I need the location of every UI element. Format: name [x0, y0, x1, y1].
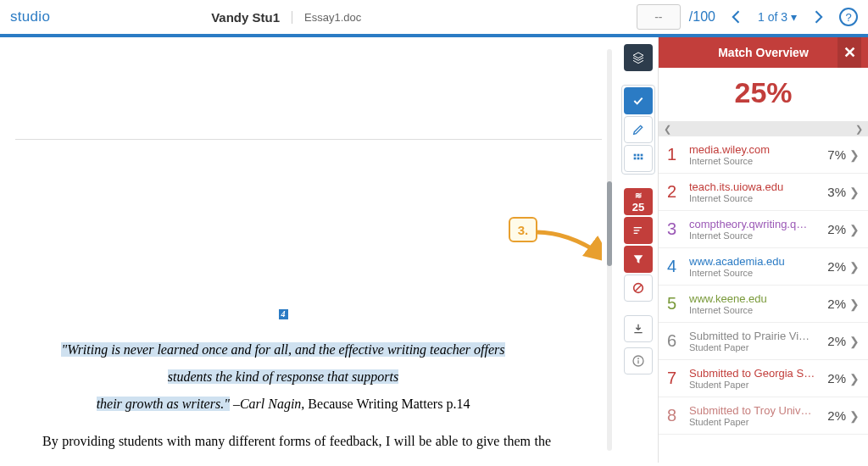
source-percent: 7% — [821, 147, 849, 162]
source-row[interactable]: 5www.keene.eduInternet Source2%❯ — [659, 286, 868, 323]
source-percent: 2% — [821, 334, 849, 348]
exclude-button[interactable] — [624, 275, 653, 302]
source-type: Internet Source — [689, 305, 821, 315]
caret-down-icon: ▾ — [791, 10, 797, 24]
match-marker-4[interactable]: 4 — [279, 309, 288, 319]
source-number: 1 — [667, 145, 684, 164]
source-row[interactable]: 6Submitted to Prairie Vi…Student Paper2%… — [659, 323, 868, 360]
svg-rect-2 — [641, 154, 643, 157]
source-title: comptheory.qwriting.q… — [689, 218, 821, 230]
svg-rect-3 — [634, 158, 637, 160]
score-input[interactable] — [637, 4, 681, 30]
funnel-icon — [632, 252, 645, 266]
student-name: Vandy Stu1 — [211, 10, 280, 25]
chevron-right-icon: ❯ — [849, 148, 860, 162]
next-button[interactable] — [805, 4, 831, 30]
pager-label: 1 of 3 — [758, 10, 787, 24]
chevron-right-icon: ❯ — [849, 260, 860, 274]
similarity-score-button[interactable]: ≋ 25 — [624, 188, 653, 215]
rubric-button[interactable] — [624, 145, 653, 172]
source-type: Internet Source — [689, 193, 821, 203]
svg-rect-5 — [641, 158, 643, 160]
source-title: media.wiley.com — [689, 143, 821, 156]
source-number: 8 — [667, 406, 684, 425]
pencil-icon — [632, 123, 645, 136]
source-number: 7 — [667, 369, 684, 388]
brand-logo: studio — [10, 8, 50, 25]
highlight-source-4b[interactable]: their growth as writers." — [97, 397, 230, 411]
chevron-right-icon: ❯ — [849, 335, 860, 348]
source-list: 1media.wiley.comInternet Source7%❯2teach… — [659, 136, 868, 435]
svg-rect-8 — [634, 233, 638, 234]
filter-button[interactable] — [624, 246, 653, 273]
chevron-right-icon: ❯ — [849, 297, 860, 311]
source-type: Student Paper — [689, 380, 821, 390]
score-total: /100 — [689, 9, 715, 25]
source-number: 3 — [667, 219, 684, 239]
chevron-right-icon: ❯ — [849, 223, 860, 236]
all-sources-button[interactable] — [624, 217, 653, 244]
grid-icon — [632, 152, 645, 165]
side-toolbar: ≋ 25 — [619, 37, 658, 463]
help-button[interactable]: ? — [839, 8, 858, 26]
info-icon — [632, 354, 645, 368]
scrollbar-thumb[interactable] — [607, 181, 612, 266]
document-viewer[interactable]: 3. 4 "Writing is never learned once and … — [0, 37, 602, 463]
source-number: 6 — [667, 331, 684, 351]
match-overview-header: Match Overview ✕ — [659, 37, 868, 68]
match-overview-panel: Match Overview ✕ 25% ❮ ❯ 1media.wiley.co… — [658, 37, 868, 463]
source-row[interactable]: 7Submitted to Georgia S…Student Paper2%❯ — [659, 360, 868, 397]
title-group: Vandy Stu1 Essay1.doc — [211, 10, 361, 25]
layers-icon — [632, 51, 645, 64]
prev-button[interactable] — [724, 4, 749, 30]
bars-icon — [632, 224, 645, 237]
source-percent: 2% — [821, 371, 849, 386]
source-number: 4 — [667, 257, 684, 276]
svg-point-13 — [638, 358, 639, 359]
source-number: 2 — [667, 182, 684, 202]
source-percent: 2% — [821, 259, 849, 274]
source-title: teach.its.uiowa.edu — [689, 180, 821, 193]
svg-rect-6 — [634, 227, 642, 228]
chevron-right-icon: ❯ — [849, 186, 860, 199]
highlight-source-4a[interactable]: "Writing is never learned once and for a… — [61, 342, 504, 384]
source-row[interactable]: 3comptheory.qwriting.q…Internet Source2%… — [659, 211, 868, 248]
source-percent: 2% — [821, 297, 849, 311]
source-percent: 2% — [821, 408, 849, 423]
source-type: Student Paper — [689, 342, 821, 352]
source-row[interactable]: 1media.wiley.comInternet Source7%❯ — [659, 136, 868, 174]
download-button[interactable] — [624, 315, 653, 342]
svg-rect-7 — [634, 230, 640, 230]
source-percent: 2% — [821, 222, 849, 236]
document-scrollbar[interactable] — [602, 37, 619, 463]
quickmark-button[interactable] — [624, 87, 653, 114]
feedback-button[interactable] — [624, 116, 653, 143]
check-icon — [632, 94, 645, 108]
close-panel-button[interactable]: ✕ — [837, 37, 861, 68]
source-type: Internet Source — [689, 230, 821, 241]
source-type: Internet Source — [689, 268, 821, 278]
chevron-right-icon — [810, 8, 826, 25]
top-bar: studio Vandy Stu1 Essay1.doc /100 1 of 3… — [0, 0, 868, 37]
chevron-left-icon — [728, 8, 745, 25]
no-entry-icon — [632, 281, 645, 295]
layers-button[interactable] — [624, 44, 653, 71]
info-button[interactable] — [624, 347, 653, 374]
source-row[interactable]: 4www.academia.eduInternet Source2%❯ — [659, 248, 868, 286]
svg-rect-4 — [637, 158, 640, 160]
source-row[interactable]: 2teach.its.uiowa.eduInternet Source3%❯ — [659, 174, 868, 211]
topbar-right: /100 1 of 3 ▾ ? — [637, 4, 858, 30]
paper-pager[interactable]: 1 of 3 ▾ — [758, 10, 797, 24]
scroll-right-icon[interactable]: ❯ — [855, 124, 863, 135]
source-title: www.academia.edu — [689, 255, 821, 268]
svg-rect-0 — [634, 154, 637, 157]
file-name: Essay1.doc — [292, 11, 361, 24]
layers-small-icon: ≋ — [635, 191, 642, 200]
source-percent: 3% — [821, 185, 849, 199]
source-scroll[interactable]: ❮ ❯ — [659, 121, 868, 136]
scroll-left-icon[interactable]: ❮ — [664, 124, 671, 135]
source-row[interactable]: 8Submitted to Troy Univ…Student Paper2%❯ — [659, 397, 868, 435]
source-title: Submitted to Troy Univ… — [689, 404, 821, 417]
chevron-right-icon: ❯ — [849, 372, 860, 386]
source-title: Submitted to Georgia S… — [689, 367, 821, 380]
